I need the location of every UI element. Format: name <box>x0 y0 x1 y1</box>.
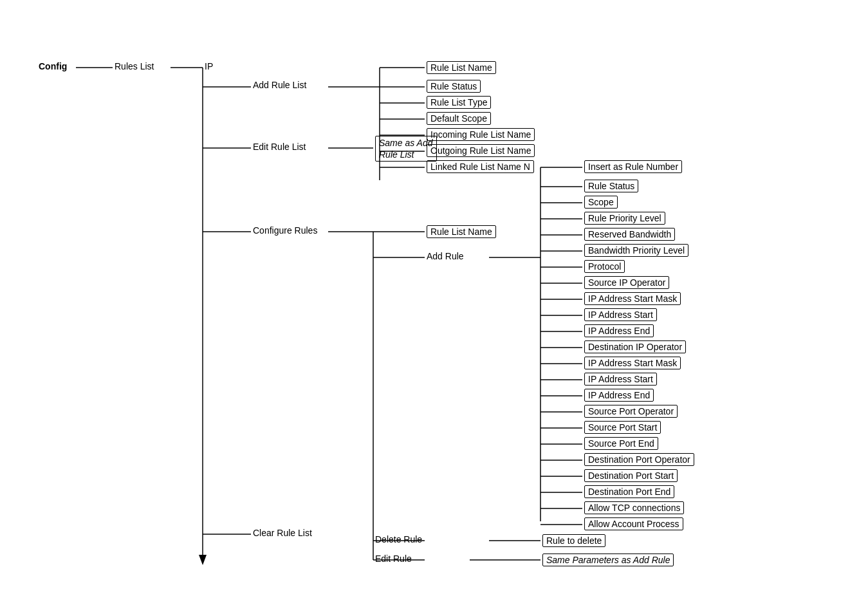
param-rule-status-2-label: Rule Status <box>584 180 638 192</box>
param-incoming-rule-list-name-label: Incoming Rule List Name <box>427 128 535 141</box>
param-ip-address-start-mask-dest-label: IP Address Start Mask <box>584 357 681 369</box>
ip-node: IP <box>205 61 213 71</box>
param-ip-address-end-dest-label: IP Address End <box>584 389 654 402</box>
param-ip-address-start-mask-dest: IP Address Start Mask <box>584 357 681 369</box>
edit-rule-label: Edit Rule <box>375 554 412 564</box>
svg-marker-53 <box>199 555 207 565</box>
param-rule-status-1-label: Rule Status <box>427 80 481 93</box>
param-bandwidth-priority-level: Bandwidth Priority Level <box>584 244 688 257</box>
configure-rule-list-name-node: Rule List Name <box>427 225 496 238</box>
clear-rule-list-node: Clear Rule List <box>253 528 312 538</box>
param-ip-address-end-dest: IP Address End <box>584 389 654 402</box>
ip-label: IP <box>205 61 213 71</box>
param-allow-tcp-connections-label: Allow TCP connections <box>584 501 684 514</box>
param-allow-account-process-label: Allow Account Process <box>584 517 683 530</box>
param-rule-status-1: Rule Status <box>427 80 481 93</box>
param-protocol: Protocol <box>584 260 625 273</box>
param-default-scope-label: Default Scope <box>427 112 491 125</box>
param-source-port-start-label: Source Port Start <box>584 421 661 434</box>
param-default-scope: Default Scope <box>427 112 491 125</box>
param-outgoing-rule-list-name: Outgoing Rule List Name <box>427 144 535 157</box>
edit-rule-node: Edit Rule <box>375 554 412 564</box>
param-rule-status-2: Rule Status <box>584 180 638 192</box>
param-ip-address-start-dest: IP Address Start <box>584 373 657 386</box>
add-rule-label: Add Rule <box>427 251 464 261</box>
clear-rule-list-label: Clear Rule List <box>253 528 312 538</box>
param-destination-port-start-label: Destination Port Start <box>584 469 678 482</box>
param-allow-tcp-connections: Allow TCP connections <box>584 501 684 514</box>
param-destination-ip-operator: Destination IP Operator <box>584 340 686 353</box>
param-destination-port-end-label: Destination Port End <box>584 485 674 498</box>
delete-rule-node: Delete Rule <box>375 534 422 544</box>
add-rule-list-node: Add Rule List <box>253 80 306 90</box>
same-params-node: Same Parameters as Add Rule <box>542 554 674 566</box>
param-ip-address-start-source: IP Address Start <box>584 308 657 321</box>
param-destination-port-operator-label: Destination Port Operator <box>584 453 694 466</box>
param-ip-address-start-mask-source-label: IP Address Start Mask <box>584 292 681 305</box>
param-outgoing-rule-list-name-label: Outgoing Rule List Name <box>427 144 535 157</box>
edit-rule-list-label: Edit Rule List <box>253 142 306 152</box>
config-label: Config <box>39 61 67 71</box>
param-destination-port-operator: Destination Port Operator <box>584 453 694 466</box>
param-reserved-bandwidth: Reserved Bandwidth <box>584 228 675 241</box>
param-destination-port-start: Destination Port Start <box>584 469 678 482</box>
param-source-port-end: Source Port End <box>584 437 658 450</box>
param-rule-list-type-label: Rule List Type <box>427 96 491 109</box>
param-rule-list-type: Rule List Type <box>427 96 491 109</box>
delete-rule-label: Delete Rule <box>375 534 422 544</box>
param-ip-address-start-dest-label: IP Address Start <box>584 373 657 386</box>
param-source-port-operator-label: Source Port Operator <box>584 405 678 418</box>
param-ip-address-start-mask-source: IP Address Start Mask <box>584 292 681 305</box>
rules-list-label: Rules List <box>115 61 154 71</box>
param-scope-label: Scope <box>584 196 618 209</box>
param-scope: Scope <box>584 196 618 209</box>
param-ip-address-end-source: IP Address End <box>584 324 654 337</box>
param-source-ip-operator: Source IP Operator <box>584 276 669 289</box>
edit-rule-list-node: Edit Rule List <box>253 142 306 152</box>
param-ip-address-start-source-label: IP Address Start <box>584 308 657 321</box>
configure-rules-node: Configure Rules <box>253 225 317 236</box>
rule-to-delete-label: Rule to delete <box>542 534 605 547</box>
param-linked-rule-list-name: Linked Rule List Name N <box>427 160 534 173</box>
param-source-port-start: Source Port Start <box>584 421 661 434</box>
param-incoming-rule-list-name: Incoming Rule List Name <box>427 128 535 141</box>
rule-to-delete-node: Rule to delete <box>542 534 605 547</box>
param-source-port-operator: Source Port Operator <box>584 405 678 418</box>
param-rule-priority-level: Rule Priority Level <box>584 212 665 225</box>
rule-list-name-label: Rule List Name <box>427 225 496 238</box>
param-ip-address-end-source-label: IP Address End <box>584 324 654 337</box>
param-rule-list-name: Rule List Name <box>427 61 496 74</box>
param-allow-account-process: Allow Account Process <box>584 517 683 530</box>
param-insert-rule-number-label: Insert as Rule Number <box>584 160 682 173</box>
configure-rules-label: Configure Rules <box>253 225 317 236</box>
add-rule-node: Add Rule <box>427 251 464 261</box>
param-protocol-label: Protocol <box>584 260 625 273</box>
param-bandwidth-priority-level-label: Bandwidth Priority Level <box>584 244 688 257</box>
add-rule-list-label: Add Rule List <box>253 80 306 90</box>
param-linked-rule-list-name-label: Linked Rule List Name N <box>427 160 534 173</box>
param-rule-list-name-label: Rule List Name <box>427 61 496 74</box>
param-destination-port-end: Destination Port End <box>584 485 674 498</box>
param-destination-ip-operator-label: Destination IP Operator <box>584 340 686 353</box>
param-source-port-end-label: Source Port End <box>584 437 658 450</box>
same-params-label: Same Parameters as Add Rule <box>542 554 674 566</box>
config-node: Config <box>39 61 67 71</box>
param-rule-priority-level-label: Rule Priority Level <box>584 212 665 225</box>
param-insert-rule-number: Insert as Rule Number <box>584 160 682 173</box>
rules-list-node: Rules List <box>115 61 154 71</box>
param-reserved-bandwidth-label: Reserved Bandwidth <box>584 228 675 241</box>
param-source-ip-operator-label: Source IP Operator <box>584 276 669 289</box>
